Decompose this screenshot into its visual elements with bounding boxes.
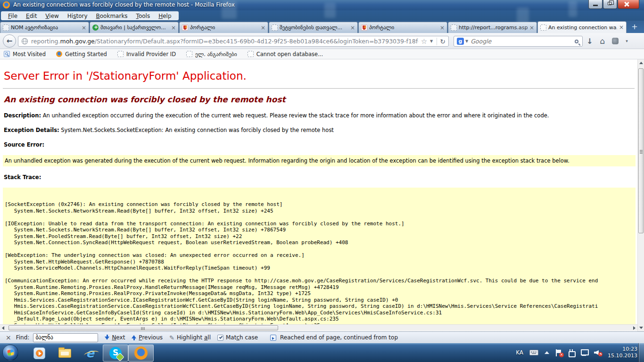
start-button[interactable] [2,345,18,361]
tab-close-icon[interactable] [82,25,86,31]
home-icon[interactable] [600,36,605,46]
menu-bar: File Edit View History Bookmarks Tools H… [0,10,644,21]
highlighter-pen-icon [169,334,174,341]
firefox-icon [134,346,148,360]
page-content: Server Error in '/StationaryForm' Applic… [0,59,637,331]
clock[interactable]: 10:23 15.10.2013 [608,346,637,359]
tab-close-icon[interactable] [350,25,355,31]
taskbar-internet-explorer[interactable] [77,345,103,362]
search-box[interactable] [454,36,583,47]
scroll-down-icon[interactable] [639,327,643,329]
menu-file[interactable]: File [4,13,22,19]
tab-nom-authorization[interactable]: NOM ავტორიზაცია [0,22,89,33]
language-indicator[interactable]: KA [516,349,523,356]
taskbar-explorer[interactable] [52,345,77,362]
google-engine-icon[interactable] [457,38,464,45]
vertical-scrollbar[interactable] [637,59,644,331]
tab-notifications[interactable]: შეტყობინების დათვალ... [269,22,358,33]
reload-icon[interactable] [440,38,446,45]
exception-details-paragraph: Exception Details: System.Net.Sockets.So… [4,127,634,133]
tray-time: 10:23 [608,346,637,353]
volume-muted-icon[interactable] [594,349,602,356]
chevron-down-icon[interactable] [626,39,628,43]
back-button[interactable] [3,34,16,48]
tab-portal-1[interactable]: პორტალი [179,22,268,33]
globe-icon [21,38,28,45]
horizontal-scrollbar[interactable] [0,324,637,331]
placeholder-favicon-icon [540,25,546,31]
stack-trace-text: [SocketException (0x2746): An existing c… [3,188,636,322]
tab-report-programs[interactable]: http://report...rograms.aspx [448,22,537,33]
find-next-button[interactable]: Next [105,334,125,341]
engine-dropdown-icon[interactable] [465,39,468,43]
bookmark-most-visited[interactable]: Most Visited [4,51,46,58]
divider [437,38,437,45]
tab-strip: NOM ავტორიზაცია მთავარი | საქართველო... … [0,21,644,33]
menu-help[interactable]: Help [154,13,175,19]
bookmark-star-icon[interactable] [421,37,427,46]
taskbar-apps [26,343,154,362]
network-icon[interactable] [580,349,588,356]
action-center-flag-icon[interactable] [555,349,562,356]
tab-close-icon[interactable] [171,25,176,31]
highlight-all-button[interactable]: Highlight all [169,334,211,341]
menu-bookmarks[interactable]: Bookmarks [92,13,132,19]
bookmark-getting-started[interactable]: Getting Started [56,51,107,58]
tab-close-icon[interactable] [261,25,265,31]
windows-logo-icon [7,349,14,356]
minimize-button[interactable] [588,0,603,9]
find-previous-button[interactable]: Previous [132,334,163,341]
mute-badge-icon [598,352,603,356]
vertical-scrollbar-thumb[interactable] [638,68,644,233]
tab-close-icon[interactable] [529,25,534,31]
tab-close-icon[interactable] [440,25,445,31]
tab-server-error-active[interactable]: An existing connection wa... [537,21,627,33]
horizontal-scrollbar-thumb[interactable] [8,325,278,330]
restore-icon [608,2,611,5]
tab-label: პორტალი [190,25,259,31]
find-label: Find: [16,334,30,341]
downloads-icon[interactable] [586,37,593,46]
menu-history[interactable]: History [63,13,92,19]
tab-label: http://report...rograms.aspx [459,25,528,31]
find-input[interactable] [33,333,98,342]
url-text[interactable]: reporting.moh.gov.ge/Stationaryform/Defa… [31,38,418,45]
power-plug-icon[interactable] [568,349,574,356]
wrapped-search-icon [270,335,276,341]
bookmark-el-angarishebi[interactable]: ელ. ანგარიშები [186,51,237,58]
scroll-right-icon[interactable] [633,326,636,330]
search-input[interactable] [471,38,575,45]
divider [3,88,635,89]
checkbox-icon[interactable] [217,335,223,341]
url-dropdown-icon[interactable] [430,39,433,43]
show-desktop-button[interactable] [638,343,644,362]
tab-mtavari[interactable]: მთავარი | საქართველო... [90,22,179,33]
restore-button[interactable] [603,0,617,9]
scroll-left-icon[interactable] [2,326,4,330]
new-tab-button[interactable] [628,23,641,32]
source-error-label: Source Error: [4,141,634,148]
minimize-icon [593,5,598,6]
taskbar-media-player[interactable] [26,345,52,362]
tab-portal-2[interactable]: პორტალი [358,22,447,33]
taskbar: KA 10:23 15.10.2013 [0,343,644,362]
firefox-icon [3,1,10,8]
hidden-icons-chevron-icon[interactable] [545,351,549,354]
bookmark-cannot-open-database[interactable]: Cannot open database... [248,51,323,58]
scroll-up-icon[interactable] [639,62,643,64]
close-button[interactable] [618,0,639,9]
tab-close-icon[interactable] [619,25,624,30]
menu-tools[interactable]: Tools [132,13,155,19]
menu-view[interactable]: View [41,13,63,19]
taskbar-skype[interactable] [103,345,128,362]
addon-icon[interactable] [612,38,619,44]
bookmark-invalid-provider[interactable]: Invalid Provider ID [117,51,176,58]
url-bar[interactable]: reporting.moh.gov.ge/Stationaryform/Defa… [18,36,449,47]
match-case-checkbox[interactable]: Match case [217,334,258,341]
keyboard-icon[interactable] [529,350,538,355]
taskbar-firefox[interactable] [128,345,154,362]
menu-edit[interactable]: Edit [22,13,41,19]
arrow-down-icon [105,335,109,340]
search-magnifier-icon[interactable] [575,40,578,43]
findbar-close-icon[interactable] [6,334,11,341]
